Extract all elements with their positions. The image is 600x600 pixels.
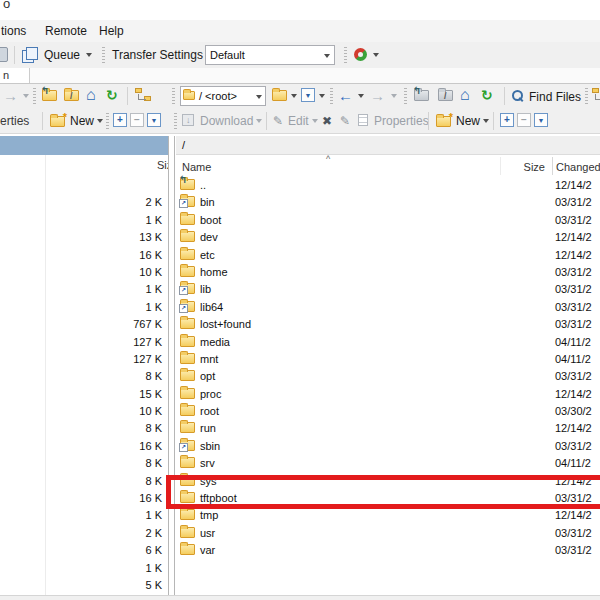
table-row[interactable]: sys 12/14/2	[176, 473, 600, 490]
new-folder-icon	[436, 116, 451, 127]
table-row[interactable]: sbin 03/31/2	[176, 438, 600, 455]
folder-icon	[180, 457, 195, 468]
select-plus-button[interactable]: +	[113, 113, 127, 127]
table-row[interactable]: usr 03/31/2	[176, 525, 600, 542]
table-row[interactable]: srv 04/11/2	[176, 455, 600, 472]
toolbar-drag-handle[interactable]	[330, 88, 333, 104]
changed-column-header[interactable]: Changed	[556, 161, 600, 173]
table-row[interactable]: run 12/14/2	[176, 420, 600, 437]
table-row[interactable]: tftpboot 03/31/2	[176, 490, 600, 507]
transfer-settings-caret[interactable]	[373, 53, 379, 57]
filter-button[interactable]: ▼	[147, 113, 161, 127]
name-column-header[interactable]: Name	[182, 161, 211, 173]
open-directory-icon[interactable]	[272, 90, 287, 101]
forward-caret[interactable]	[391, 94, 397, 98]
local-path-bar[interactable]	[0, 136, 168, 155]
table-row[interactable]: lib64 03/31/2	[176, 299, 600, 316]
toolbar-drag-handle[interactable]	[106, 113, 109, 129]
table-row[interactable]: boot 03/31/2	[176, 212, 600, 229]
download-button: Download	[200, 114, 253, 128]
filter-button[interactable]: ▼	[534, 113, 548, 127]
toolbar-drag-handle[interactable]	[33, 88, 36, 104]
table-row[interactable]: .. 12/14/2	[176, 177, 600, 194]
new-caret[interactable]	[97, 119, 103, 123]
back-icon[interactable]: ←	[338, 88, 353, 103]
forward-icon[interactable]: →	[3, 88, 18, 103]
remote-address-combobox[interactable]: / <root>	[180, 86, 266, 106]
parent-directory-icon-disabled	[414, 90, 429, 101]
menu-options-fragment[interactable]: tions	[1, 24, 26, 38]
menu-bar: tions Remote Help	[0, 20, 600, 42]
root-directory-icon-disabled	[438, 90, 453, 101]
menu-remote[interactable]: Remote	[45, 24, 87, 38]
menu-help[interactable]: Help	[99, 24, 124, 38]
table-row[interactable]: var 03/31/2	[176, 542, 600, 559]
file-changed: 03/31/2	[555, 266, 592, 278]
toolbar-drag-handle[interactable]	[344, 47, 347, 63]
properties-button-fragment[interactable]: erties	[0, 114, 29, 128]
root-directory-icon[interactable]	[64, 90, 79, 101]
new-button-left[interactable]: New	[70, 114, 94, 128]
new-button-right[interactable]: New	[456, 114, 480, 128]
table-row[interactable]: etc 12/14/2	[176, 247, 600, 264]
file-changed: 04/11/2	[555, 457, 591, 469]
toolbar-drag-handle[interactable]	[174, 113, 177, 129]
filter-caret[interactable]	[319, 94, 325, 98]
table-row[interactable]: proc 12/14/2	[176, 386, 600, 403]
home-directory-icon[interactable]: ⌂	[86, 87, 96, 103]
table-row[interactable]: home 03/31/2	[176, 264, 600, 281]
table-row[interactable]: root 03/30/2	[176, 403, 600, 420]
table-row[interactable]: tmp 12/14/2	[176, 507, 600, 524]
size-column-header[interactable]: Size	[506, 161, 545, 173]
panel-splitter[interactable]	[174, 136, 175, 595]
back-caret[interactable]	[358, 94, 364, 98]
table-row[interactable]: media 04/11/2	[176, 334, 600, 351]
select-plus-button[interactable]: +	[500, 113, 514, 127]
refresh-icon[interactable]: ↻	[106, 88, 118, 102]
table-row[interactable]: mnt 04/11/2	[176, 351, 600, 368]
new-caret[interactable]	[483, 119, 489, 123]
toolbar-drag-handle[interactable]	[172, 88, 175, 104]
toolbar-drag-handle[interactable]	[102, 47, 105, 63]
remote-path-bar[interactable]: /	[176, 136, 600, 155]
find-files-button[interactable]: Find Files	[529, 90, 581, 104]
table-row[interactable]: bin 03/31/2	[176, 194, 600, 211]
folder-icon	[180, 492, 195, 503]
directory-tree-icon[interactable]	[135, 88, 151, 102]
queue-dropdown-caret[interactable]	[86, 53, 92, 57]
filter-icon[interactable]: ▼	[301, 88, 315, 102]
file-size: 1 K	[0, 507, 164, 524]
local-size-column-header[interactable]: Size	[157, 159, 168, 171]
address-caret[interactable]	[256, 95, 262, 99]
file-name: lib	[200, 283, 211, 295]
transfer-settings-combobox[interactable]: Default	[205, 45, 335, 65]
synchronize-browsing-icon[interactable]	[592, 88, 600, 102]
queue-button[interactable]: Queue	[44, 48, 80, 62]
table-row[interactable]: dev 12/14/2	[176, 229, 600, 246]
forward-caret[interactable]	[23, 94, 29, 98]
table-row[interactable]: opt 03/31/2	[176, 368, 600, 385]
toolbar-drag-handle[interactable]	[585, 88, 588, 104]
session-tab[interactable]: n	[0, 68, 30, 84]
open-directory-caret[interactable]	[291, 94, 297, 98]
panel-splitter[interactable]	[168, 136, 169, 595]
file-name: dev	[200, 231, 218, 243]
forward-icon[interactable]: →	[370, 88, 385, 103]
table-row[interactable]: lost+found 03/31/2	[176, 316, 600, 333]
remote-path: /	[182, 139, 185, 151]
clipped-icon	[0, 47, 8, 62]
file-size: 10 K	[0, 403, 164, 420]
symlink-folder-icon	[180, 440, 195, 451]
parent-directory-icon[interactable]	[42, 90, 57, 101]
delete-icon[interactable]: ✖	[322, 114, 332, 128]
transfer-settings-icon[interactable]	[354, 48, 367, 61]
select-minus-button[interactable]: −	[130, 113, 144, 127]
refresh-icon[interactable]: ↻	[481, 88, 493, 102]
home-directory-icon[interactable]: ⌂	[460, 87, 470, 103]
select-minus-button[interactable]: −	[517, 113, 531, 127]
file-size: 2 K	[0, 194, 164, 211]
combobox-caret[interactable]	[324, 54, 330, 58]
file-size: 10 K	[0, 264, 164, 281]
table-row[interactable]: lib 03/31/2	[176, 281, 600, 298]
toolbar-drag-handle[interactable]	[404, 88, 407, 104]
